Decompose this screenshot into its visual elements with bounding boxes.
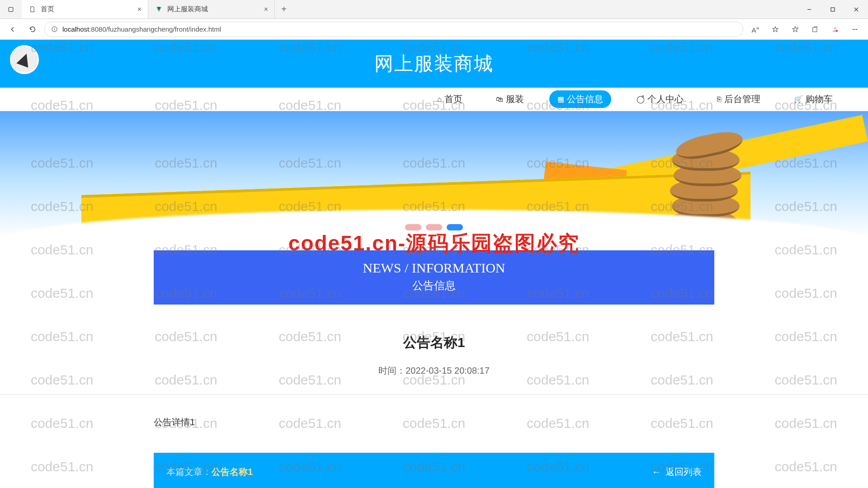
back-label: 返回列表 (665, 466, 702, 478)
section-header: NEWS / INFORMATION 公告信息 (154, 250, 714, 305)
carousel-banner[interactable] (0, 111, 868, 238)
dots-icon (851, 26, 859, 33)
collections-icon (811, 26, 819, 33)
maximize-icon (829, 6, 836, 13)
browser-address-bar: localhost:8080/fuzhuangshangcheng/front/… (0, 19, 868, 40)
nav-label: 服装 (506, 93, 524, 105)
article-time: 时间：2022-03-15 20:08:17 (154, 365, 714, 377)
article-title: 公告名称1 (154, 333, 714, 352)
back-to-list-button[interactable]: ← 返回列表 (652, 466, 702, 478)
collections-button[interactable] (807, 21, 824, 38)
link-icon: ⎘ (717, 95, 722, 103)
minimize-button[interactable] (797, 0, 821, 19)
star-outline-icon (772, 26, 779, 33)
svg-point-11 (853, 28, 854, 29)
bag-icon: 🛍 (496, 95, 503, 103)
carousel-dots (405, 224, 463, 230)
nav-label: 公告信息 (567, 93, 603, 105)
svg-point-9 (834, 27, 836, 29)
cart-icon: 🛒 (794, 95, 803, 103)
page-viewport: 网上服装商城 ⌂首页 🛍服装 ▦公告信息 ◯̊个人中心 ⎘后台管理 🛒购物车 N… (0, 40, 868, 488)
svg-point-5 (54, 28, 55, 28)
svg-text:+: + (797, 26, 798, 29)
close-icon (853, 6, 860, 13)
browser-tab-0[interactable]: 首页 × (22, 0, 148, 19)
home-icon: ⌂ (437, 95, 442, 103)
nav-profile[interactable]: ◯̊个人中心 (628, 90, 692, 108)
page-icon (28, 5, 36, 14)
star-plus-icon: + (792, 26, 799, 33)
info-icon (51, 26, 58, 33)
arrow-left-icon: ← (652, 467, 661, 477)
browser-tab-1[interactable]: 网上服装商城 × (148, 0, 275, 19)
maximize-button[interactable] (821, 0, 844, 19)
nav-label: 购物车 (806, 93, 833, 105)
window-controls (797, 0, 868, 19)
user-icon: ◯̊ (637, 95, 645, 103)
tab-title: 首页 (41, 5, 54, 14)
current-article-label: 本篇文章：公告名称1 (166, 466, 253, 478)
menu-button[interactable] (846, 21, 863, 38)
tab-close-button[interactable]: × (137, 5, 142, 14)
url-text: localhost:8080/fuzhuangshangcheng/front/… (62, 25, 221, 33)
site-title: 网上服装商城 (374, 51, 494, 76)
text-icon: A» (752, 25, 760, 34)
svg-point-10 (836, 30, 838, 32)
minimize-icon (806, 6, 813, 13)
favorites-button[interactable]: + (787, 21, 804, 38)
refresh-icon (29, 26, 36, 33)
svg-rect-2 (831, 8, 835, 11)
refresh-button[interactable] (24, 21, 41, 38)
nav-home[interactable]: ⌂首页 (429, 90, 471, 108)
url-field[interactable]: localhost:8080/fuzhuangshangcheng/front/… (44, 22, 743, 37)
nav-news[interactable]: ▦公告信息 (549, 90, 611, 108)
avatar-icon (831, 26, 839, 33)
section-title-cn: 公告信息 (154, 278, 714, 293)
svg-point-12 (854, 28, 855, 29)
site-logo[interactable] (10, 45, 39, 74)
vue-icon (155, 5, 163, 14)
close-window-button[interactable] (844, 0, 868, 19)
divider (0, 394, 868, 394)
back-button[interactable] (5, 21, 21, 38)
svg-rect-0 (9, 7, 13, 11)
nav-clothing[interactable]: 🛍服装 (488, 90, 532, 108)
nav-label: 后台管理 (724, 93, 760, 105)
nav-label: 首页 (444, 93, 462, 105)
square-icon (7, 6, 14, 13)
nav-admin[interactable]: ⎘后台管理 (709, 90, 769, 108)
new-tab-button[interactable]: + (275, 0, 293, 19)
browser-titlebar: 首页 × 网上服装商城 × + (0, 0, 868, 19)
arrow-left-icon (9, 26, 16, 33)
read-aloud-button[interactable]: A» (747, 21, 764, 38)
carousel-dot-1[interactable] (426, 224, 442, 230)
main-navbar: ⌂首页 🛍服装 ▦公告信息 ◯̊个人中心 ⎘后台管理 🛒购物车 (0, 88, 868, 111)
article-body: 公告详情1 (154, 416, 714, 428)
section-title-en: NEWS / INFORMATION (154, 260, 714, 276)
profile-button[interactable] (826, 21, 844, 38)
nav-label: 个人中心 (647, 93, 684, 105)
tab-close-button[interactable]: × (264, 5, 268, 14)
carousel-dot-0[interactable] (405, 224, 421, 230)
grid-icon: ▦ (557, 95, 564, 103)
carousel-dot-2[interactable] (447, 224, 463, 230)
svg-rect-7 (813, 28, 817, 32)
article-footer-bar: 本篇文章：公告名称1 ← 返回列表 (154, 453, 714, 488)
tab-title: 网上服装商城 (167, 5, 208, 14)
svg-point-13 (856, 28, 857, 29)
star-button[interactable] (767, 21, 784, 38)
tab-overview-button[interactable] (0, 0, 22, 19)
site-header: 网上服装商城 (0, 40, 868, 88)
nav-cart[interactable]: 🛒购物车 (786, 90, 841, 108)
